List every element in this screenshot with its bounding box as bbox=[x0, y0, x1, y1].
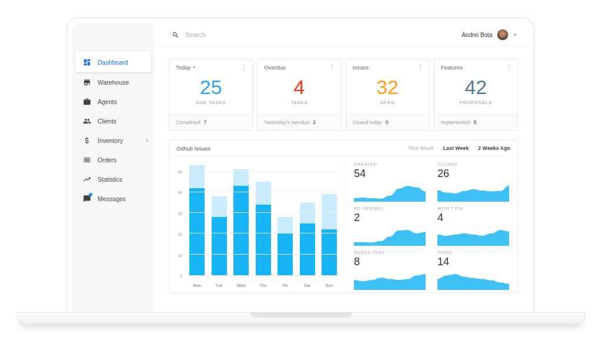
tab-last-week[interactable]: Last Week bbox=[443, 145, 469, 151]
dollar-icon bbox=[83, 136, 91, 145]
tab-2-weeks-ago[interactable]: 2 Weeks Ago bbox=[478, 145, 510, 151]
card-footer: Implemented: 8 bbox=[434, 114, 517, 130]
x-axis: MonTueWedThuFriSatSun bbox=[189, 283, 337, 288]
dashboard-content: Today ▾ ⋮ 25 DUE TASKS Completed: bbox=[154, 46, 529, 312]
sidebar-item-label: Warehouse bbox=[98, 79, 129, 86]
bars bbox=[189, 161, 337, 275]
sidebar-item-label: Messages bbox=[98, 195, 126, 202]
search-input[interactable]: Search bbox=[172, 31, 461, 39]
chevron-right-icon: › bbox=[146, 137, 148, 143]
sparkline-area bbox=[437, 184, 509, 202]
sparkline-area bbox=[437, 272, 509, 290]
unread-badge bbox=[89, 193, 92, 196]
panel-header: Github Issues This Week Last Week 2 Week… bbox=[169, 141, 517, 156]
sidebar-item-label: Orders bbox=[98, 156, 116, 163]
sidebar-item-label: Agents bbox=[98, 98, 117, 105]
stat-unit: TASKS bbox=[290, 100, 307, 105]
stat-cards-row: Today ▾ ⋮ 25 DUE TASKS Completed: bbox=[169, 59, 518, 131]
bar-chart: 01020304050 MonTueWedThuFriSatSun bbox=[169, 156, 345, 292]
sparkline-area bbox=[354, 184, 426, 202]
user-menu[interactable]: Andrei Bota ▾ bbox=[461, 29, 516, 41]
stat-unit: OPEN bbox=[380, 100, 394, 105]
stat-unit: PROPOSALS bbox=[460, 100, 492, 105]
sidebar-item-clients[interactable]: Clients bbox=[72, 111, 154, 131]
sidebar-item-agents[interactable]: Agents bbox=[72, 92, 154, 111]
sidebar-item-label: Clients bbox=[98, 118, 116, 125]
sparkline-area bbox=[354, 228, 426, 246]
card-today: Today ▾ ⋮ 25 DUE TASKS Completed: bbox=[169, 59, 253, 131]
card-footer: Completed: 7 bbox=[169, 114, 252, 130]
chevron-down-icon: ▾ bbox=[513, 32, 516, 38]
bar-fri bbox=[277, 161, 293, 275]
store-icon bbox=[83, 78, 91, 86]
bar-sat bbox=[300, 161, 315, 275]
github-issues-panel: Github Issues This Week Last Week 2 Week… bbox=[169, 140, 518, 293]
y-axis: 01020304050 bbox=[173, 161, 186, 276]
laptop-frame: Dashboard Warehouse Agents bbox=[66, 18, 534, 312]
topbar: Search Andrei Bota ▾ bbox=[154, 24, 529, 46]
search-placeholder: Search bbox=[185, 31, 206, 38]
week-tabs: This Week Last Week 2 Weeks Ago bbox=[408, 145, 510, 151]
trending-up-icon bbox=[83, 175, 91, 183]
bar-tue bbox=[212, 161, 227, 275]
card-footer: Yesterday's overdue: 2 bbox=[257, 114, 340, 130]
app-window: Dashboard Warehouse Agents bbox=[72, 24, 529, 312]
stat-value: 42 bbox=[464, 77, 487, 97]
stat-value: 4 bbox=[293, 77, 305, 97]
avatar bbox=[497, 29, 509, 41]
panel-title: Github Issues bbox=[176, 145, 210, 152]
sidebar: Dashboard Warehouse Agents bbox=[72, 24, 154, 312]
card-features: Features ⋮ 42 PROPOSALS Implemented: 8 bbox=[434, 59, 518, 131]
sparkline-area bbox=[354, 272, 426, 290]
briefcase-icon bbox=[83, 98, 91, 106]
laptop-base bbox=[16, 312, 586, 325]
card-footer: Closed today: 0 bbox=[346, 114, 429, 130]
mini-stat-needs-test: NEEDS TEST 8 bbox=[354, 248, 426, 290]
sparkline-area bbox=[437, 228, 509, 246]
tab-this-week[interactable]: This Week bbox=[408, 145, 434, 151]
main-area: Search Andrei Bota ▾ Toda bbox=[154, 24, 529, 312]
sidebar-item-statistics[interactable]: Statistics bbox=[72, 169, 154, 189]
stat-unit: DUE TASKS bbox=[196, 100, 226, 105]
sidebar-item-label: Dashboard bbox=[98, 59, 128, 66]
dashboard-icon bbox=[83, 58, 91, 66]
search-icon bbox=[172, 31, 179, 39]
bar-mon bbox=[189, 161, 205, 275]
laptop-base-notch bbox=[250, 313, 352, 318]
mini-stat-created: CREATED 54 bbox=[354, 159, 426, 202]
mini-stat-closed: CLOSED 26 bbox=[437, 159, 509, 202]
mini-stat-reopened: RE-OPENED 2 bbox=[354, 203, 426, 246]
bar-thu bbox=[256, 161, 271, 275]
chat-icon bbox=[83, 195, 91, 203]
stat-value: 25 bbox=[200, 77, 222, 97]
list-icon bbox=[83, 156, 91, 164]
sidebar-item-inventory[interactable]: Inventory › bbox=[72, 131, 154, 150]
sidebar-item-warehouse[interactable]: Warehouse bbox=[72, 72, 154, 92]
card-overdue: Overdue ⋮ 4 TASKS Yesterday's overdue: 2 bbox=[257, 59, 341, 131]
sidebar-item-messages[interactable]: Messages bbox=[72, 189, 154, 208]
mini-stats-grid: CREATED 54 CLOSED 26 R bbox=[345, 156, 517, 292]
sidebar-item-label: Statistics bbox=[98, 176, 122, 183]
bar-sun bbox=[322, 161, 337, 275]
sidebar-item-label: Inventory bbox=[98, 137, 123, 144]
sidebar-item-dashboard[interactable]: Dashboard bbox=[75, 52, 151, 72]
bar-wed bbox=[233, 161, 249, 275]
bar-plot bbox=[188, 161, 338, 276]
stat-value: 32 bbox=[376, 77, 399, 97]
people-icon bbox=[83, 117, 91, 125]
page: Dashboard Warehouse Agents bbox=[0, 0, 602, 364]
mini-stat-wont-fix: WON'T FIX 4 bbox=[437, 203, 509, 246]
card-issues: Issues ⋮ 32 OPEN Closed today: 0 bbox=[346, 59, 430, 131]
user-name: Andrei Bota bbox=[461, 32, 492, 38]
mini-stat-fixed: FIXED 14 bbox=[437, 248, 509, 290]
sidebar-item-orders[interactable]: Orders bbox=[72, 150, 154, 169]
